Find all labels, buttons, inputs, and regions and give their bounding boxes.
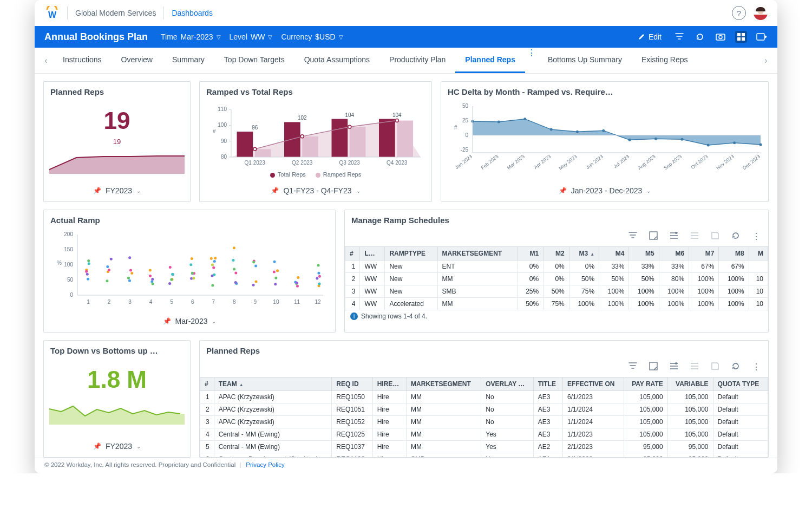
- card-topdown-vs-bottoms: Top Down vs Bottoms up … 1.8 M 📌 FY2023 …: [43, 340, 191, 458]
- divider: [163, 6, 164, 19]
- col-header[interactable]: M6: [659, 247, 689, 260]
- col-header[interactable]: HIRE…: [372, 377, 406, 391]
- planned-reps-table[interactable]: #TEAM▲REQ IDHIRE…MARKETSEGMENTOVERLAY …T…: [200, 377, 768, 457]
- col-header[interactable]: M2: [543, 247, 569, 260]
- col-header[interactable]: M7: [689, 247, 719, 260]
- table-row[interactable]: 3WWNewSMB25%50%75%100%100%100%100%100%10: [345, 285, 768, 298]
- table-row[interactable]: 1WWNewENT0%0%0%33%33%33%67%67%: [345, 260, 768, 273]
- breadcrumb-dashboards[interactable]: Dashboards: [172, 9, 213, 17]
- table-row[interactable]: 4WWAcceleratedMM50%75%100%100%100%100%10…: [345, 298, 768, 310]
- svg-point-83: [88, 262, 90, 265]
- table-row[interactable]: 3APAC (Krzyzewski)REQ1052HireMMNoAE31/1/…: [200, 416, 768, 428]
- layout-icon[interactable]: [649, 231, 658, 242]
- col-header[interactable]: PAY RATE: [624, 377, 668, 391]
- col-header[interactable]: M3▲: [569, 247, 599, 260]
- svg-point-114: [190, 277, 193, 280]
- table-row[interactable]: 4Central - MM (Ewing)REQ1025HireMMYesAE3…: [200, 428, 768, 441]
- export-icon[interactable]: [690, 362, 699, 373]
- footer-range[interactable]: Mar-2023: [175, 317, 208, 325]
- col-header[interactable]: VARIABLE: [667, 377, 713, 391]
- footer-range[interactable]: Jan-2023 - Dec-2023: [571, 186, 643, 195]
- col-header[interactable]: M5: [629, 247, 659, 260]
- table-row[interactable]: 6Customer Development (Stockton)REQ1103H…: [200, 453, 768, 458]
- tab-existing-reps[interactable]: Existing Reps: [632, 48, 698, 73]
- svg-text:12: 12: [315, 299, 321, 305]
- footer-range[interactable]: FY2023: [106, 186, 132, 195]
- col-header[interactable]: EFFECTIVE ON: [563, 377, 624, 391]
- svg-point-37: [395, 119, 398, 122]
- col-header[interactable]: RAMPTYPE: [385, 247, 437, 260]
- pin-icon[interactable]: 📌: [559, 187, 567, 194]
- tab-bottoms-up-summary[interactable]: Bottoms Up Summary: [538, 48, 632, 73]
- tab-menu-icon[interactable]: ⋮: [525, 48, 538, 73]
- help-icon[interactable]: ?: [732, 6, 746, 20]
- privacy-link[interactable]: Privacy Policy: [246, 461, 285, 468]
- settings-icon[interactable]: [670, 231, 678, 242]
- svg-rect-7: [757, 34, 764, 40]
- tab-scroll-left[interactable]: ‹: [39, 56, 53, 66]
- present-icon[interactable]: [756, 31, 768, 43]
- chevron-down-icon: ⌄: [212, 318, 216, 324]
- col-header[interactable]: M1: [518, 247, 543, 260]
- currency-selector[interactable]: Currency $USD ▽: [281, 32, 343, 41]
- col-header[interactable]: #: [200, 377, 214, 391]
- col-header[interactable]: M8: [719, 247, 749, 260]
- col-header[interactable]: MARKETSEGMENT: [407, 377, 481, 391]
- save-icon[interactable]: [711, 231, 719, 242]
- export-icon[interactable]: [690, 231, 699, 242]
- footer-range[interactable]: FY2023: [106, 442, 132, 451]
- filter-icon[interactable]: [673, 31, 685, 43]
- edit-button[interactable]: Edit: [634, 30, 665, 43]
- ramp-schedule-table[interactable]: #L…RAMPTYPEMARKETSEGMENTM1M2M3▲M4M5M6M7M…: [345, 246, 768, 310]
- svg-text:1: 1: [87, 299, 90, 305]
- refresh-icon[interactable]: [694, 31, 706, 43]
- tab-instructions[interactable]: Instructions: [53, 48, 112, 73]
- more-icon[interactable]: ⋮: [752, 362, 761, 373]
- table-row[interactable]: 2APAC (Krzyzewski)REQ1051HireMMNoAE31/1/…: [200, 403, 768, 416]
- col-header[interactable]: L…: [360, 247, 385, 260]
- table-row[interactable]: 2WWNewMM0%0%50%50%50%80%100%100%10: [345, 273, 768, 285]
- level-selector[interactable]: Level WW ▽: [230, 32, 273, 41]
- refresh-icon[interactable]: [731, 362, 740, 373]
- pin-icon[interactable]: 📌: [163, 317, 171, 325]
- footer-range[interactable]: Q1-FY23 - Q4-FY23: [283, 186, 351, 195]
- pin-icon[interactable]: 📌: [93, 442, 101, 450]
- screenshot-icon[interactable]: [715, 31, 726, 43]
- tab-overview[interactable]: Overview: [112, 48, 162, 73]
- save-icon[interactable]: [711, 362, 719, 373]
- more-icon[interactable]: ⋮: [752, 231, 761, 242]
- col-header[interactable]: OVERLAY …: [481, 377, 533, 391]
- table-row[interactable]: 5Central - MM (Ewing)REQ1037HireMMYesAE2…: [200, 441, 768, 453]
- col-header[interactable]: QUOTA TYPE: [713, 377, 768, 391]
- settings-icon[interactable]: [670, 362, 678, 373]
- layout-icon[interactable]: [649, 362, 658, 373]
- col-header[interactable]: #: [345, 247, 360, 260]
- filter-icon[interactable]: [628, 231, 637, 242]
- pin-icon[interactable]: 📌: [271, 187, 279, 194]
- svg-text:3: 3: [128, 299, 132, 305]
- tab-summary[interactable]: Summary: [162, 48, 214, 73]
- svg-rect-161: [650, 232, 657, 239]
- tab-top-down-targets[interactable]: Top Down Targets: [214, 48, 294, 73]
- tab-planned-reps[interactable]: Planned Reps: [455, 48, 525, 73]
- svg-text:Apr 2023: Apr 2023: [533, 154, 552, 170]
- workday-logo-icon[interactable]: W: [44, 5, 60, 21]
- tab-scroll-right[interactable]: ›: [759, 56, 773, 66]
- tab-quota-assumptions[interactable]: Quota Assumptions: [294, 48, 379, 73]
- tab-productivity-plan[interactable]: Productivity Plan: [379, 48, 455, 73]
- col-header[interactable]: M: [749, 247, 768, 260]
- col-header[interactable]: TITLE: [533, 377, 562, 391]
- svg-rect-27: [350, 127, 366, 157]
- col-header[interactable]: REQ ID: [332, 377, 372, 391]
- col-header[interactable]: M4: [599, 247, 629, 260]
- pin-icon[interactable]: 📌: [93, 187, 101, 194]
- grid-view-icon[interactable]: [735, 31, 747, 43]
- avatar[interactable]: [754, 6, 768, 20]
- col-header[interactable]: TEAM▲: [214, 377, 332, 391]
- table-row[interactable]: 1APAC (Krzyzewski)REQ1050HireMMNoAE36/1/…: [200, 391, 768, 403]
- col-header[interactable]: MARKETSEGMENT: [437, 247, 518, 260]
- time-selector[interactable]: Time Mar-2023 ▽: [161, 32, 221, 41]
- svg-point-121: [211, 284, 214, 286]
- refresh-icon[interactable]: [731, 231, 740, 242]
- filter-icon[interactable]: [628, 362, 637, 373]
